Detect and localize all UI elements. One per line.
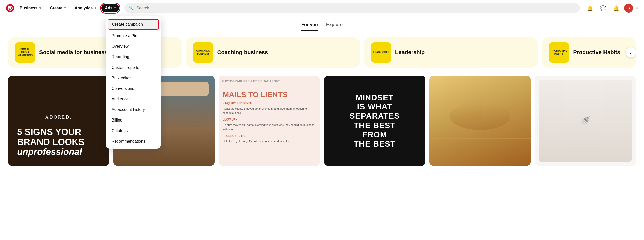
tab-for-you[interactable]: For you [301,22,318,31]
pin-emails-title: MAILS TO LIENTS [219,85,320,101]
category-card-productive[interactable]: PRODUCTIVEHABITS Productive Habits [542,37,636,68]
create-chevron: ▾ [64,7,66,9]
category-label-social-media: Social media for business [39,49,107,56]
category-card-leadership[interactable]: LEADERSHIP Leadership [364,37,538,68]
dropdown-item-overview[interactable]: Overview [106,41,161,52]
ads-menu-button[interactable]: Ads ▾ [101,4,119,12]
thumb-coaching-icon: COACHINGBUSINESS [193,42,213,63]
pin-bathroom-bg: 🚿 [539,80,632,162]
pin-emails-content: • INQUIRY RESPONSE Reassure clients that… [219,101,320,144]
pinterest-logo[interactable] [6,4,14,12]
pin-card-emails[interactable]: PHOTOGRAPHERS, LET'S CHAT ABOUT MAILS TO… [219,76,320,166]
category-thumb-productive: PRODUCTIVEHABITS [549,42,569,63]
pin-grid: ADORED. 5 SIGNS YOUR BRAND LOOKS unprofe… [8,76,636,166]
analytics-label: Analytics [75,6,93,10]
thumb-social-icon: SOCIALMEDIAMARKETING [15,42,35,63]
thumb-leadership-icon: LEADERSHIP [371,42,391,63]
pin-card-bathroom[interactable]: 🚿 [535,76,636,166]
business-chevron: ▾ [39,7,41,9]
dropdown-item-conversions[interactable]: Conversions [106,83,161,94]
nav-left: Business ▾ Create ▾ Analytics ▾ Ads ▾ [6,4,119,12]
create-label: Create [50,6,62,10]
category-thumb-coaching: COACHINGBUSINESS [193,42,213,63]
search-bar: 🔍 [124,3,580,13]
category-thumb-social-media: SOCIALMEDIAMARKETING [15,42,35,63]
tab-explore[interactable]: Explore [326,22,343,31]
navbar: Business ▾ Create ▾ Analytics ▾ Ads ▾ 🔍 … [0,0,644,16]
dropdown-item-create-campaign[interactable]: Create campaign [108,19,159,30]
pin-emails-subtitle: PHOTOGRAPHERS, LET'S CHAT ABOUT [219,76,320,85]
category-next-button[interactable]: › [626,47,636,57]
dropdown-item-custom-reports[interactable]: Custom reports [106,62,161,73]
category-label-coaching: Coaching business [217,49,268,56]
thumb-productive-icon: PRODUCTIVEHABITS [549,42,569,63]
notifications-bell-button[interactable]: 🔔 [585,3,595,13]
category-label-productive: Productive Habits [573,49,620,56]
messages-button[interactable]: 💬 [598,3,608,13]
business-label: Business [20,6,37,10]
tabs: For you Explore [8,22,636,31]
analytics-menu-button[interactable]: Analytics ▾ [71,4,99,12]
dropdown-item-catalogs[interactable]: Catalogs [106,126,161,136]
pin-card-desert[interactable] [429,76,531,166]
category-row: SOCIALMEDIAMARKETING Social media for bu… [8,37,636,68]
search-input[interactable] [136,6,575,10]
dropdown-item-bulk-editor[interactable]: Bulk editor [106,73,161,83]
profile-chevron-button[interactable]: ▾ [636,6,638,10]
create-menu-button[interactable]: Create ▾ [46,4,69,12]
ads-dropdown: Create campaign Promote a Pin Overview R… [106,16,161,149]
analytics-chevron: ▾ [95,7,96,9]
pin-card-mindset[interactable]: MINDSETIS WHATSEPARATESTHE BESTFROMTHE B… [324,76,425,166]
alerts-button[interactable]: 🔔 [611,3,621,13]
dropdown-item-recommendations[interactable]: Recommendations [106,136,161,147]
ads-label: Ads [105,6,112,10]
category-thumb-leadership: LEADERSHIP [371,42,391,63]
category-label-leadership: Leadership [395,49,425,56]
category-card-coaching[interactable]: COACHINGBUSINESS Coaching business [186,37,360,68]
pin-brand-text: 5 SIGNS YOUR BRAND LOOKS unprofessional [13,123,104,161]
main-content: For you Explore SOCIALMEDIAMARKETING Soc… [0,16,644,172]
pin-card-brand[interactable]: ADORED. 5 SIGNS YOUR BRAND LOOKS unprofe… [8,76,109,166]
pin-mindset-text: MINDSETIS WHATSEPARATESTHE BESTFROMTHE B… [343,87,406,155]
avatar[interactable]: S [624,4,633,13]
business-menu-button[interactable]: Business ▾ [16,4,44,12]
dropdown-item-promote-pin[interactable]: Promote a Pin [106,31,161,41]
dropdown-item-audiences[interactable]: Audiences [106,94,161,104]
dropdown-item-reporting[interactable]: Reporting [106,52,161,62]
dropdown-item-ad-account-history[interactable]: Ad account history [106,104,161,115]
ads-chevron: ▾ [114,7,116,9]
search-icon: 🔍 [129,6,134,10]
pin-brand-adored: ADORED. [41,111,76,124]
dropdown-item-billing[interactable]: Billing [106,115,161,126]
nav-right: 🔔 💬 🔔 S ▾ [585,3,638,13]
